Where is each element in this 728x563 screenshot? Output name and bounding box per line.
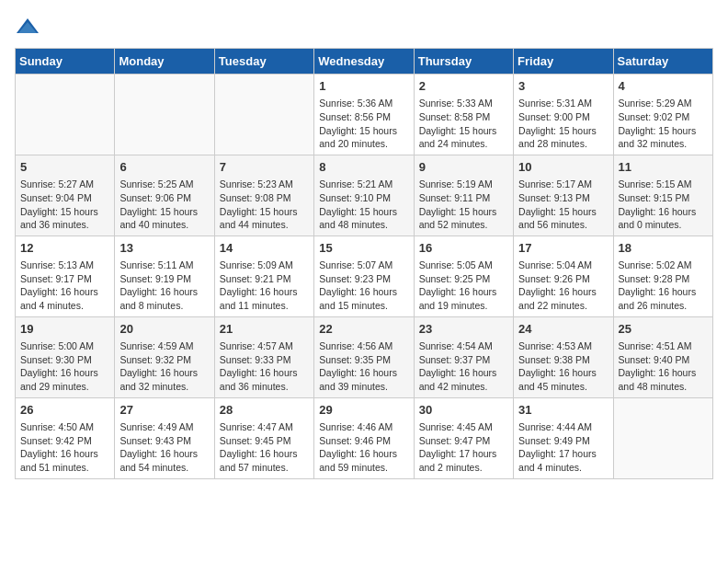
week-row-2: 12Sunrise: 5:13 AM Sunset: 9:17 PM Dayli… — [16, 236, 713, 316]
calendar-cell: 25Sunrise: 4:51 AM Sunset: 9:40 PM Dayli… — [613, 316, 712, 397]
calendar-cell: 31Sunrise: 4:44 AM Sunset: 9:49 PM Dayli… — [514, 397, 613, 478]
calendar-cell: 27Sunrise: 4:49 AM Sunset: 9:43 PM Dayli… — [115, 397, 214, 478]
day-info: Sunrise: 5:09 AM Sunset: 9:21 PM Dayligh… — [220, 259, 309, 313]
week-row-0: 1Sunrise: 5:36 AM Sunset: 8:56 PM Daylig… — [16, 75, 713, 155]
day-number: 4 — [619, 78, 708, 95]
day-info: Sunrise: 5:11 AM Sunset: 9:19 PM Dayligh… — [119, 259, 209, 313]
calendar-cell: 24Sunrise: 4:53 AM Sunset: 9:38 PM Dayli… — [514, 316, 613, 397]
day-number: 3 — [518, 78, 608, 95]
calendar-cell: 8Sunrise: 5:21 AM Sunset: 9:10 PM Daylig… — [314, 155, 414, 236]
day-info: Sunrise: 4:54 AM Sunset: 9:37 PM Dayligh… — [419, 339, 508, 394]
day-info: Sunrise: 5:07 AM Sunset: 9:23 PM Dayligh… — [319, 259, 408, 313]
day-info: Sunrise: 5:23 AM Sunset: 9:08 PM Dayligh… — [220, 178, 309, 232]
day-number: 6 — [119, 159, 209, 176]
calendar-cell: 23Sunrise: 4:54 AM Sunset: 9:37 PM Dayli… — [414, 316, 513, 397]
calendar-cell: 18Sunrise: 5:02 AM Sunset: 9:28 PM Dayli… — [613, 236, 712, 316]
calendar-cell: 29Sunrise: 4:46 AM Sunset: 9:46 PM Dayli… — [314, 397, 414, 478]
logo-icon — [15, 15, 40, 40]
day-number: 8 — [319, 159, 408, 176]
day-info: Sunrise: 4:49 AM Sunset: 9:43 PM Dayligh… — [119, 420, 209, 475]
day-number: 30 — [419, 402, 508, 419]
calendar-cell — [115, 75, 214, 155]
week-row-3: 19Sunrise: 5:00 AM Sunset: 9:30 PM Dayli… — [16, 316, 713, 397]
week-row-1: 5Sunrise: 5:27 AM Sunset: 9:04 PM Daylig… — [16, 155, 713, 236]
day-info: Sunrise: 4:57 AM Sunset: 9:33 PM Dayligh… — [220, 339, 309, 394]
calendar-cell: 1Sunrise: 5:36 AM Sunset: 8:56 PM Daylig… — [314, 75, 414, 155]
calendar-cell: 28Sunrise: 4:47 AM Sunset: 9:45 PM Dayli… — [214, 397, 313, 478]
calendar-cell: 22Sunrise: 4:56 AM Sunset: 9:35 PM Dayli… — [314, 316, 414, 397]
day-info: Sunrise: 5:25 AM Sunset: 9:06 PM Dayligh… — [119, 178, 209, 232]
calendar-cell: 14Sunrise: 5:09 AM Sunset: 9:21 PM Dayli… — [214, 236, 313, 316]
day-info: Sunrise: 4:44 AM Sunset: 9:49 PM Dayligh… — [518, 420, 608, 475]
calendar-cell: 11Sunrise: 5:15 AM Sunset: 9:15 PM Dayli… — [613, 155, 712, 236]
header-cell-tuesday: Tuesday — [214, 49, 313, 75]
calendar-cell: 7Sunrise: 5:23 AM Sunset: 9:08 PM Daylig… — [214, 155, 313, 236]
calendar-body: 1Sunrise: 5:36 AM Sunset: 8:56 PM Daylig… — [16, 75, 713, 479]
day-number: 22 — [319, 321, 408, 338]
logo — [15, 15, 44, 40]
calendar-cell: 17Sunrise: 5:04 AM Sunset: 9:26 PM Dayli… — [514, 236, 613, 316]
day-info: Sunrise: 4:53 AM Sunset: 9:38 PM Dayligh… — [518, 339, 608, 394]
day-number: 2 — [419, 78, 508, 95]
page-header — [15, 15, 713, 40]
day-info: Sunrise: 5:29 AM Sunset: 9:02 PM Dayligh… — [619, 97, 708, 151]
day-info: Sunrise: 4:56 AM Sunset: 9:35 PM Dayligh… — [319, 339, 408, 394]
day-info: Sunrise: 5:02 AM Sunset: 9:28 PM Dayligh… — [619, 259, 708, 313]
day-number: 31 — [518, 402, 608, 419]
calendar-cell: 5Sunrise: 5:27 AM Sunset: 9:04 PM Daylig… — [16, 155, 115, 236]
calendar-cell: 20Sunrise: 4:59 AM Sunset: 9:32 PM Dayli… — [115, 316, 214, 397]
day-number: 20 — [119, 321, 209, 338]
calendar-cell — [214, 75, 313, 155]
calendar-cell: 30Sunrise: 4:45 AM Sunset: 9:47 PM Dayli… — [414, 397, 513, 478]
day-number: 18 — [619, 240, 708, 257]
day-number: 24 — [518, 321, 608, 338]
day-number: 17 — [518, 240, 608, 257]
day-number: 27 — [119, 402, 209, 419]
calendar-cell: 10Sunrise: 5:17 AM Sunset: 9:13 PM Dayli… — [514, 155, 613, 236]
calendar-cell — [16, 75, 115, 155]
day-info: Sunrise: 4:51 AM Sunset: 9:40 PM Dayligh… — [619, 339, 708, 394]
day-info: Sunrise: 5:15 AM Sunset: 9:15 PM Dayligh… — [619, 178, 708, 232]
day-info: Sunrise: 4:59 AM Sunset: 9:32 PM Dayligh… — [119, 339, 209, 394]
calendar-cell: 12Sunrise: 5:13 AM Sunset: 9:17 PM Dayli… — [16, 236, 115, 316]
day-info: Sunrise: 5:31 AM Sunset: 9:00 PM Dayligh… — [518, 97, 608, 151]
header-cell-wednesday: Wednesday — [314, 49, 414, 75]
header-row: SundayMondayTuesdayWednesdayThursdayFrid… — [16, 49, 713, 75]
day-info: Sunrise: 5:04 AM Sunset: 9:26 PM Dayligh… — [518, 259, 608, 313]
day-info: Sunrise: 5:21 AM Sunset: 9:10 PM Dayligh… — [319, 178, 408, 232]
day-info: Sunrise: 4:50 AM Sunset: 9:42 PM Dayligh… — [20, 420, 109, 475]
header-cell-thursday: Thursday — [414, 49, 513, 75]
header-cell-saturday: Saturday — [613, 49, 712, 75]
day-info: Sunrise: 5:17 AM Sunset: 9:13 PM Dayligh… — [518, 178, 608, 232]
calendar-cell: 3Sunrise: 5:31 AM Sunset: 9:00 PM Daylig… — [514, 75, 613, 155]
calendar-table: SundayMondayTuesdayWednesdayThursdayFrid… — [15, 48, 713, 479]
header-cell-monday: Monday — [115, 49, 214, 75]
day-number: 1 — [319, 78, 408, 95]
calendar-cell: 2Sunrise: 5:33 AM Sunset: 8:58 PM Daylig… — [414, 75, 513, 155]
day-number: 16 — [419, 240, 508, 257]
calendar-cell: 26Sunrise: 4:50 AM Sunset: 9:42 PM Dayli… — [16, 397, 115, 478]
week-row-4: 26Sunrise: 4:50 AM Sunset: 9:42 PM Dayli… — [16, 397, 713, 478]
day-info: Sunrise: 4:47 AM Sunset: 9:45 PM Dayligh… — [220, 420, 309, 475]
day-number: 21 — [220, 321, 309, 338]
day-number: 7 — [220, 159, 309, 176]
day-info: Sunrise: 5:13 AM Sunset: 9:17 PM Dayligh… — [20, 259, 109, 313]
day-number: 29 — [319, 402, 408, 419]
day-number: 23 — [419, 321, 508, 338]
calendar-cell — [613, 397, 712, 478]
calendar-cell: 15Sunrise: 5:07 AM Sunset: 9:23 PM Dayli… — [314, 236, 414, 316]
calendar-header: SundayMondayTuesdayWednesdayThursdayFrid… — [16, 49, 713, 75]
day-number: 15 — [319, 240, 408, 257]
day-info: Sunrise: 4:45 AM Sunset: 9:47 PM Dayligh… — [419, 420, 508, 475]
day-number: 28 — [220, 402, 309, 419]
calendar-cell: 13Sunrise: 5:11 AM Sunset: 9:19 PM Dayli… — [115, 236, 214, 316]
day-info: Sunrise: 5:00 AM Sunset: 9:30 PM Dayligh… — [20, 339, 109, 394]
day-number: 5 — [20, 159, 109, 176]
calendar-cell: 6Sunrise: 5:25 AM Sunset: 9:06 PM Daylig… — [115, 155, 214, 236]
day-number: 14 — [220, 240, 309, 257]
day-number: 26 — [20, 402, 109, 419]
calendar-cell: 9Sunrise: 5:19 AM Sunset: 9:11 PM Daylig… — [414, 155, 513, 236]
day-info: Sunrise: 5:36 AM Sunset: 8:56 PM Dayligh… — [319, 97, 408, 151]
day-number: 13 — [119, 240, 209, 257]
day-number: 11 — [619, 159, 708, 176]
